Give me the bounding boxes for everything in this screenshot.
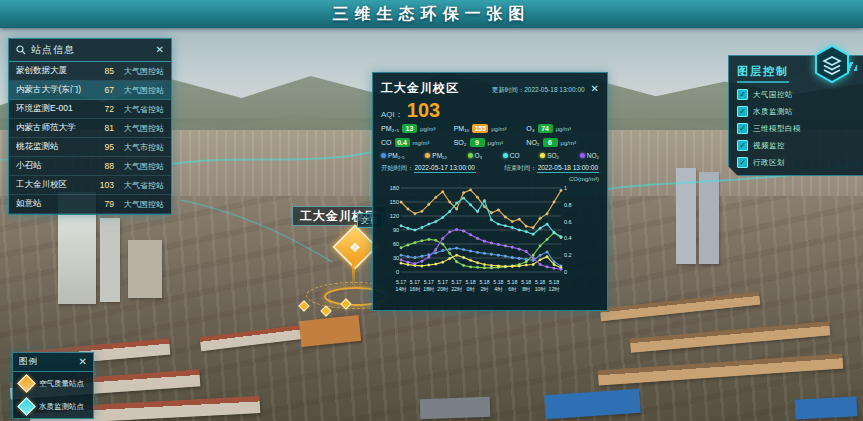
svg-text:5.1722时: 5.1722时 xyxy=(451,279,463,292)
svg-text:30: 30 xyxy=(393,255,399,261)
svg-text:60: 60 xyxy=(393,241,399,247)
svg-text:1: 1 xyxy=(564,185,567,191)
legend-chip[interactable]: O₃ xyxy=(468,152,483,159)
legend-chip[interactable]: PM₁₀ xyxy=(425,152,447,159)
pollutant-label: CO xyxy=(381,139,392,146)
pollutant-unit: μg/m³ xyxy=(556,126,571,132)
station-row[interactable]: 工大金川校区103大气省控站 xyxy=(9,176,171,195)
checkbox-checked-icon[interactable]: ✓ xyxy=(737,140,748,151)
svg-text:5.1714时: 5.1714时 xyxy=(396,279,408,292)
svg-text:5.186时: 5.186时 xyxy=(507,279,517,292)
close-icon[interactable]: ✕ xyxy=(591,84,599,94)
legend-chip[interactable]: NO₂ xyxy=(580,152,599,159)
legend-chip[interactable]: SO₂ xyxy=(540,152,559,159)
svg-text:90: 90 xyxy=(393,227,399,233)
pollutant-cell: NO₂6μg/m³ xyxy=(526,138,599,147)
pollutant-label: O₃ xyxy=(526,125,534,132)
air-quality-popup: 工大金川校区 更新时间：2022-05-18 13:00:00 ✕ AQI： 1… xyxy=(372,72,608,311)
station-list-rows: 蒙创数据大厦85大气国控站内蒙古大学(东门)67大气国控站环境监测E-00172… xyxy=(9,62,171,214)
legend-diamond-icon xyxy=(17,397,35,415)
pollutant-chart[interactable]: 030609012015018000.20.40.60.815.1714时5.1… xyxy=(381,182,583,300)
station-type: 大气市控站 xyxy=(120,142,164,153)
station-type: 大气国控站 xyxy=(120,199,164,210)
station-row[interactable]: 桃花监测站95大气市控站 xyxy=(9,138,171,157)
svg-text:180: 180 xyxy=(390,185,399,191)
building xyxy=(795,396,858,419)
svg-text:5.184时: 5.184时 xyxy=(493,279,503,292)
building xyxy=(676,168,696,264)
checkbox-checked-icon[interactable]: ✓ xyxy=(737,123,748,134)
pollutant-value-badge: 155 xyxy=(472,124,488,133)
start-time-label: 开始时间： xyxy=(381,164,414,171)
layer-item[interactable]: ✓水质监测站 xyxy=(737,106,855,117)
legend-chip[interactable]: PM₂.₅ xyxy=(381,152,405,159)
svg-text:5.1716时: 5.1716时 xyxy=(409,279,421,292)
page-title: 三维生态环保一张图 xyxy=(333,4,531,25)
station-aqi: 95 xyxy=(92,142,114,152)
svg-text:0.4: 0.4 xyxy=(564,235,572,241)
search-icon xyxy=(16,45,26,55)
pollutant-unit: μg/m³ xyxy=(488,140,503,146)
pollutant-cell: PM₁₀155μg/m³ xyxy=(454,124,527,133)
legend-dot-icon xyxy=(503,153,508,158)
legend-dot-icon xyxy=(425,153,430,158)
legend-chip[interactable]: CO xyxy=(503,152,520,159)
aqi-label: AQI： xyxy=(381,109,403,120)
station-name: 内蒙古大学(东门) xyxy=(16,84,92,96)
legend-dot-icon xyxy=(540,153,545,158)
layer-item-label: 视频监控 xyxy=(753,141,785,151)
station-name: 如意站 xyxy=(16,198,92,210)
legend-chip-label: CO xyxy=(510,152,520,159)
update-time-label: 更新时间： xyxy=(492,86,525,93)
svg-text:0.2: 0.2 xyxy=(564,252,572,258)
svg-text:5.1810时: 5.1810时 xyxy=(535,279,547,292)
station-row[interactable]: 内蒙古大学(东门)67大气国控站 xyxy=(9,81,171,100)
station-row[interactable]: 环境监测E-00172大气省控站 xyxy=(9,100,171,119)
layer-item-label: 大气国控站 xyxy=(753,90,793,100)
map-legend-panel: 图例 ✕ 空气质量站点水质监测站点 xyxy=(12,352,94,419)
station-type: 大气国控站 xyxy=(120,66,164,77)
station-aqi: 79 xyxy=(92,199,114,209)
layer-item[interactable]: ✓行政区划 xyxy=(737,157,855,168)
station-name: 内蒙古师范大学 xyxy=(16,122,92,134)
legend-chip-label: SO₂ xyxy=(547,152,559,159)
station-row[interactable]: 内蒙古师范大学81大气国控站 xyxy=(9,119,171,138)
pollutant-label: PM₂.₅ xyxy=(381,125,399,132)
station-aqi: 103 xyxy=(92,180,114,190)
close-icon[interactable]: ✕ xyxy=(79,357,87,367)
start-time-picker[interactable]: 2022-05-17 13:00:00 xyxy=(414,164,476,173)
checkbox-checked-icon[interactable]: ✓ xyxy=(737,89,748,100)
svg-text:5.180时: 5.180时 xyxy=(466,279,476,292)
pollutant-value-badge: 74 xyxy=(538,124,553,133)
chart-legend: PM₂.₅PM₁₀O₃COSO₂NO₂ xyxy=(381,152,599,159)
close-icon[interactable]: ✕ xyxy=(156,45,164,55)
station-type: 大气国控站 xyxy=(120,161,164,172)
station-type: 大气国控站 xyxy=(120,85,164,96)
legend-title: 图例 xyxy=(19,356,79,368)
layer-item[interactable]: ✓视频监控 xyxy=(737,140,855,151)
station-name: 蒙创数据大厦 xyxy=(16,65,92,77)
svg-text:5.1718时: 5.1718时 xyxy=(423,279,435,292)
end-time-picker[interactable]: 2022-05-18 13:00:00 xyxy=(537,164,599,173)
station-row[interactable]: 小召站88大气国控站 xyxy=(9,157,171,176)
layer-items: ✓大气国控站✓水质监测站✓三维模型白模✓视频监控✓行政区划 xyxy=(737,89,855,168)
layer-item[interactable]: ✓三维模型白模 xyxy=(737,123,855,134)
checkbox-checked-icon[interactable]: ✓ xyxy=(737,106,748,117)
station-name: 工大金川校区 xyxy=(16,179,92,191)
station-row[interactable]: 如意站79大气国控站 xyxy=(9,195,171,214)
checkbox-checked-icon[interactable]: ✓ xyxy=(737,157,748,168)
layer-item-label: 行政区划 xyxy=(753,158,785,168)
pollutant-label: PM₁₀ xyxy=(454,125,470,132)
station-row[interactable]: 蒙创数据大厦85大气国控站 xyxy=(9,62,171,81)
layer-item[interactable]: ✓大气国控站 xyxy=(737,89,855,100)
station-list-panel: 站点信息 ✕ 蒙创数据大厦85大气国控站内蒙古大学(东门)67大气国控站环境监测… xyxy=(8,38,172,215)
legend-chip-label: O₃ xyxy=(475,152,483,159)
station-list-title: 站点信息 xyxy=(31,43,151,57)
building xyxy=(699,172,719,264)
pollutant-unit: μg/m³ xyxy=(420,126,435,132)
station-aqi: 67 xyxy=(92,85,114,95)
station-aqi: 85 xyxy=(92,66,114,76)
pollutant-value-badge: 13 xyxy=(402,124,417,133)
layers-hexagon-button[interactable] xyxy=(812,44,852,84)
popup-title: 工大金川校区 xyxy=(381,80,459,97)
